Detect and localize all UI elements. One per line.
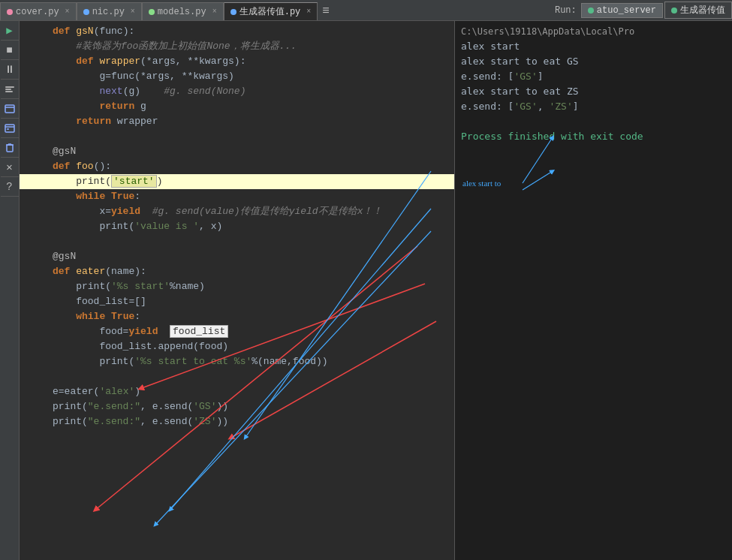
code-content: print('value is ', x) xyxy=(50,219,454,234)
code-content: while True: xyxy=(50,189,454,204)
output-line-4: alex start to eat ZS xyxy=(461,84,726,99)
code-content: return wrapper xyxy=(50,114,454,129)
server-dot xyxy=(588,8,594,14)
code-line: def wrapper(*args, **kwargs): xyxy=(20,54,454,69)
code-line: print("e.send:", e.send('ZS')) xyxy=(20,414,454,429)
tab-label: models.py xyxy=(158,7,206,17)
tab-dot xyxy=(149,9,155,15)
code-area[interactable]: def gsN(func): #装饰器为foo函数加上初始值None，将生成器.… xyxy=(20,21,454,560)
tab-close[interactable]: × xyxy=(65,8,70,16)
code-content: def gsN(func): xyxy=(50,24,454,39)
code-content: def foo(): xyxy=(50,159,454,174)
output-panel[interactable]: C:\Users\19118\AppData\Local\Pro alex st… xyxy=(455,21,732,560)
line-num xyxy=(20,399,50,414)
code-line: print("e.send:", e.send('GS')) xyxy=(20,399,454,414)
line-num xyxy=(20,24,50,39)
tab-cover[interactable]: cover.py × xyxy=(0,2,77,20)
tab-dot xyxy=(83,9,89,15)
code-line xyxy=(20,369,454,384)
code-line: def gsN(func): xyxy=(20,24,454,39)
tab-nic[interactable]: nic.py × xyxy=(77,2,142,20)
run-label: Run: xyxy=(550,5,581,16)
code-line: print('value is ', x) xyxy=(20,219,454,234)
run-section: Run: atuo_server 生成器传值 xyxy=(550,0,732,20)
code-content: @gsN xyxy=(50,249,454,264)
code-line: x=yield #g. send(value)传值是传给yield不是传给x！！ xyxy=(20,204,454,219)
console-button[interactable] xyxy=(1,119,19,138)
code-content xyxy=(50,129,454,144)
code-line: e=eater('alex') xyxy=(20,384,454,399)
play-button[interactable]: ▶ xyxy=(1,21,19,41)
tab-label: 生成器传值.py xyxy=(239,5,301,18)
code-line: print('%s start'%name) xyxy=(20,279,454,294)
line-num xyxy=(20,219,50,234)
tab-bar: cover.py × nic.py × models.py × 生成器传值.py… xyxy=(0,0,732,21)
tab-label: nic.py xyxy=(92,7,125,17)
code-content: print("e.send:", e.send('ZS')) xyxy=(50,414,454,429)
code-content: food_list=[] xyxy=(50,294,454,309)
server-label2: 生成器传值 xyxy=(680,4,725,17)
output-line-5: e.send: ['GS', 'ZS'] xyxy=(461,99,726,114)
code-content xyxy=(50,369,454,384)
line-num xyxy=(20,414,50,429)
tab-close[interactable]: × xyxy=(212,8,217,16)
pause-button[interactable]: ⏸ xyxy=(1,60,19,80)
code-line: #装饰器为foo函数加上初始值None，将生成器... xyxy=(20,39,454,54)
tab-dot xyxy=(230,9,236,15)
svg-rect-9 xyxy=(7,145,13,152)
code-content xyxy=(50,234,454,249)
tab-dot xyxy=(7,9,13,15)
line-num xyxy=(20,69,50,84)
frame-button[interactable] xyxy=(1,99,19,119)
svg-rect-0 xyxy=(5,86,14,88)
code-content: def wrapper(*args, **kwargs): xyxy=(50,54,454,69)
code-content: x=yield #g. send(value)传值是传给yield不是传给x！！ xyxy=(50,204,454,219)
code-content: print('%s start'%name) xyxy=(50,279,454,294)
svg-rect-3 xyxy=(5,105,14,113)
line-num xyxy=(20,114,50,129)
code-line-highlighted: print('start') xyxy=(20,174,454,189)
code-line: @gsN xyxy=(20,249,454,264)
tab-close[interactable]: × xyxy=(131,8,135,16)
line-num xyxy=(20,279,50,294)
server-tab-generator[interactable]: 生成器传值 xyxy=(664,2,732,19)
line-num xyxy=(20,294,50,309)
trash-button[interactable] xyxy=(1,138,19,158)
red-x-button[interactable]: ✕ xyxy=(1,158,19,177)
right-panel: C:\Users\19118\AppData\Local\Pro alex st… xyxy=(455,21,732,560)
main-area: ▶ ■ ⏸ xyxy=(0,21,732,560)
line-num xyxy=(20,129,50,144)
server-label: atuo_server xyxy=(597,5,656,16)
code-content: food=yield food_list xyxy=(50,324,454,339)
code-content: food_list.append(food) xyxy=(50,339,454,354)
tab-models[interactable]: models.py × xyxy=(142,2,224,20)
code-content: return g xyxy=(50,99,454,114)
line-num xyxy=(20,339,50,354)
line-num xyxy=(20,204,50,219)
code-line: next(g) #g. send(None) xyxy=(20,84,454,99)
svg-rect-5 xyxy=(5,125,14,132)
line-num xyxy=(20,324,50,339)
line-num xyxy=(20,264,50,279)
settings-button[interactable] xyxy=(1,80,19,99)
tab-generator[interactable]: 生成器传值.py × xyxy=(224,2,318,20)
line-num xyxy=(20,159,50,174)
help-button[interactable]: ? xyxy=(1,177,19,197)
line-num xyxy=(20,99,50,114)
tab-label: cover.py xyxy=(16,7,59,17)
code-content: print("e.send:", e.send('GS')) xyxy=(50,399,454,414)
output-process: Process finished with exit code xyxy=(461,129,726,144)
code-line: return wrapper xyxy=(20,114,454,129)
code-line: g=func(*args, **kwargs) xyxy=(20,69,454,84)
run-controls-vertical: ▶ ■ ⏸ xyxy=(0,21,20,560)
line-num xyxy=(20,309,50,324)
server-tab-atuo[interactable]: atuo_server xyxy=(581,3,663,18)
app-window: cover.py × nic.py × models.py × 生成器传值.py… xyxy=(0,0,732,560)
line-num xyxy=(20,249,50,264)
code-content: print('%s start to eat %s'%(name,food)) xyxy=(50,354,454,369)
svg-rect-1 xyxy=(5,89,11,90)
tab-menu[interactable]: ≡ xyxy=(318,2,334,20)
output-line-1: alex start xyxy=(461,39,726,54)
stop-button[interactable]: ■ xyxy=(1,41,19,60)
tab-close[interactable]: × xyxy=(306,8,311,16)
